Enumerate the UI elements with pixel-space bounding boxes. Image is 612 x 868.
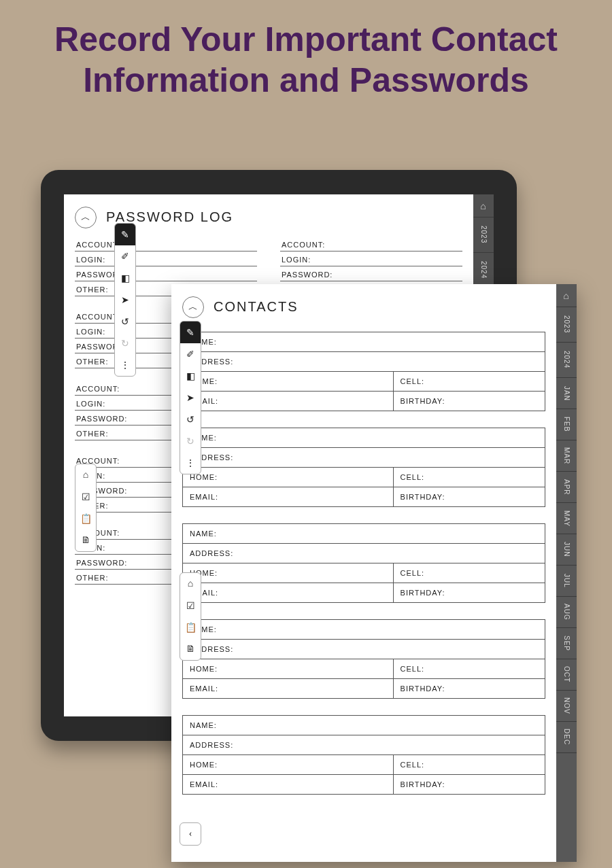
highlighter-tool[interactable]: ✐ [180, 343, 201, 365]
tab-home[interactable]: ⌂ [556, 284, 577, 307]
contact-name-label[interactable]: NAME: [183, 620, 545, 639]
contact-birthday-label[interactable]: BIRTHDAY: [393, 775, 545, 794]
contact-cell-label[interactable]: CELL: [393, 468, 545, 487]
more-button[interactable]: ⋮ [115, 354, 135, 376]
eraser-tool[interactable]: ◧ [180, 365, 201, 387]
nav-toolbar: ⌂ ☑ 📋 🗎 [75, 464, 97, 552]
contact-birthday-label[interactable]: BIRTHDAY: [393, 679, 545, 698]
contact-name-label[interactable]: NAME: [183, 428, 545, 447]
contact-cell-label[interactable]: CELL: [393, 755, 545, 774]
tab-year-2023[interactable]: 2023 [556, 307, 577, 343]
home-icon[interactable]: ⌂ [180, 573, 201, 595]
contact-block: NAME: ADDRESS: HOME:CELL: EMAIL:BIRTHDAY… [182, 332, 545, 411]
contact-home-label[interactable]: HOME: [183, 659, 393, 678]
clipboard-icon[interactable]: 📋 [75, 508, 96, 530]
tab-year-2024[interactable]: 2024 [556, 343, 577, 378]
eraser-tool[interactable]: ◧ [115, 267, 135, 289]
contact-address-label[interactable]: ADDRESS: [183, 352, 545, 371]
redo-button[interactable]: ↻ [180, 430, 201, 452]
pw-password-label[interactable]: PASSWORD: [75, 266, 257, 281]
contact-block: NAME: ADDRESS: HOME:CELL: EMAIL:BIRTHDAY… [182, 715, 545, 795]
tab-month-jul[interactable]: JUL [556, 566, 577, 597]
contact-email-label[interactable]: EMAIL: [183, 392, 393, 411]
back-icon[interactable]: ‹ [180, 823, 201, 845]
contact-name-label[interactable]: NAME: [183, 716, 545, 735]
pw-login-label[interactable]: LOGIN: [280, 251, 462, 266]
contact-email-label[interactable]: EMAIL: [183, 775, 393, 794]
contact-block: NAME: ADDRESS: HOME:CELL: EMAIL:BIRTHDAY… [182, 619, 545, 699]
contact-block: NAME: ADDRESS: HOME:CELL: EMAIL:BIRTHDAY… [182, 428, 545, 507]
contact-home-label[interactable]: HOME: [183, 372, 393, 391]
collapse-button[interactable]: ︿ [182, 296, 204, 318]
chevron-up-icon: ︿ [81, 211, 90, 224]
pw-login-label[interactable]: LOGIN: [75, 251, 257, 266]
more-button[interactable]: ⋮ [180, 452, 201, 474]
back-toolbar: ‹ [180, 822, 201, 846]
clipboard-icon[interactable]: 📋 [180, 617, 201, 638]
contact-cell-label[interactable]: CELL: [393, 563, 545, 583]
contact-birthday-label[interactable]: BIRTHDAY: [393, 583, 545, 602]
undo-button[interactable]: ↺ [115, 311, 135, 332]
page-title: CONTACTS [214, 299, 299, 315]
tab-month-may[interactable]: MAY [556, 503, 577, 534]
home-icon[interactable]: ⌂ [75, 464, 96, 486]
pw-password-label[interactable]: PASSWORD: [280, 266, 462, 281]
contact-block: NAME: ADDRESS: HOME:CELL: EMAIL:BIRTHDAY… [182, 523, 545, 603]
contact-cell-label[interactable]: CELL: [393, 372, 545, 391]
tab-month-sep[interactable]: SEP [556, 628, 577, 659]
tab-month-jun[interactable]: JUN [556, 534, 577, 566]
pen-toolbar: ✎ ✐ ◧ ➤ ↺ ↻ ⋮ [180, 321, 201, 474]
undo-button[interactable]: ↺ [180, 409, 201, 430]
contacts-page: ︿ CONTACTS NAME: ADDRESS: HOME:CELL: EMA… [171, 284, 577, 862]
tab-month-feb[interactable]: FEB [556, 409, 577, 440]
contact-address-label[interactable]: ADDRESS: [183, 544, 545, 563]
doc-icon[interactable]: 🗎 [180, 638, 201, 660]
doc-icon[interactable]: 🗎 [75, 530, 96, 551]
tab-month-apr[interactable]: APR [556, 472, 577, 503]
collapse-button[interactable]: ︿ [75, 207, 97, 228]
contact-cell-label[interactable]: CELL: [393, 659, 545, 678]
pw-account-label[interactable]: ACCOUNT: [75, 237, 257, 251]
pen-tool[interactable]: ✎ [180, 322, 201, 343]
tab-month-aug[interactable]: AUG [556, 597, 577, 628]
contact-address-label[interactable]: ADDRESS: [183, 640, 545, 659]
contact-home-label[interactable]: HOME: [183, 755, 393, 774]
nav-toolbar: ⌂ ☑ 📋 🗎 [180, 572, 201, 661]
side-tabs: ⌂ 2023 2024 JAN FEB MAR APR MAY JUN JUL … [556, 284, 577, 862]
tab-month-mar[interactable]: MAR [556, 440, 577, 472]
contact-birthday-label[interactable]: BIRTHDAY: [393, 392, 545, 411]
tab-year-2024[interactable]: 2024 [473, 253, 494, 288]
tab-month-jan[interactable]: JAN [556, 378, 577, 409]
contact-email-label[interactable]: EMAIL: [183, 679, 393, 698]
contact-name-label[interactable]: NAME: [183, 332, 545, 351]
contact-email-label[interactable]: EMAIL: [183, 487, 393, 506]
contact-home-label[interactable]: HOME: [183, 563, 393, 583]
tab-month-nov[interactable]: NOV [556, 691, 577, 722]
contact-home-label[interactable]: HOME: [183, 468, 393, 487]
pointer-tool[interactable]: ➤ [115, 289, 135, 311]
contact-birthday-label[interactable]: BIRTHDAY: [393, 487, 545, 506]
pointer-tool[interactable]: ➤ [180, 387, 201, 409]
check-icon[interactable]: ☑ [75, 486, 96, 508]
pen-tool[interactable]: ✎ [115, 224, 135, 245]
contact-email-label[interactable]: EMAIL: [183, 583, 393, 602]
pen-toolbar: ✎ ✐ ◧ ➤ ↺ ↻ ⋮ [114, 223, 136, 377]
pw-account-label[interactable]: ACCOUNT: [280, 237, 462, 251]
highlighter-tool[interactable]: ✐ [115, 245, 135, 267]
redo-button[interactable]: ↻ [115, 332, 135, 354]
check-icon[interactable]: ☑ [180, 595, 201, 617]
contact-name-label[interactable]: NAME: [183, 524, 545, 543]
tab-month-oct[interactable]: OCT [556, 659, 577, 691]
tab-home[interactable]: ⌂ [473, 194, 494, 218]
tab-month-dec[interactable]: DEC [556, 722, 577, 753]
hero-title: Record Your Important Contact Informatio… [0, 0, 612, 107]
tab-year-2023[interactable]: 2023 [473, 218, 494, 253]
chevron-up-icon: ︿ [188, 301, 198, 313]
contact-address-label[interactable]: ADDRESS: [183, 735, 545, 754]
contact-address-label[interactable]: ADDRESS: [183, 448, 545, 467]
